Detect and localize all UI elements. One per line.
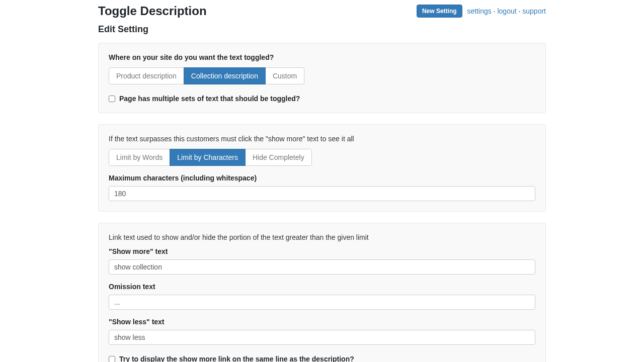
option-hide-completely[interactable]: Hide Completely [245,149,312,166]
multiple-sets-checkbox[interactable] [109,96,115,102]
same-line-checkbox[interactable] [109,356,115,363]
omission-label: Omission text [109,283,535,291]
omission-input[interactable] [109,295,535,310]
limit-description: If the text surpasses this customers mus… [109,135,535,143]
max-chars-label: Maximum characters (including whitespace… [109,174,535,182]
max-chars-input[interactable] [109,186,535,201]
top-links: settings · logout · support [467,7,546,15]
option-collection-description[interactable]: Collection description [184,67,266,84]
page-title: Toggle Description [98,4,207,18]
panel-location: Where on your site do you want the text … [98,43,546,113]
link-text-description: Link text used to show and/or hide the p… [109,233,535,241]
logout-link[interactable]: logout [497,7,516,15]
panel-limit: If the text surpasses this customers mus… [98,124,546,212]
option-limit-words[interactable]: Limit by Words [109,149,170,166]
multiple-sets-label: Page has multiple sets of text that shou… [119,95,300,103]
show-more-input[interactable] [109,259,535,275]
option-custom[interactable]: Custom [265,67,304,84]
show-less-label: "Show less" text [109,318,535,326]
location-button-group: Product description Collection descripti… [109,67,304,84]
new-setting-button[interactable]: New Setting [417,5,462,18]
location-question: Where on your site do you want the text … [109,53,535,61]
limit-button-group: Limit by Words Limit by Characters Hide … [109,149,312,166]
support-link[interactable]: support [522,7,546,15]
option-product-description[interactable]: Product description [109,67,184,84]
settings-link[interactable]: settings [467,7,492,15]
subtitle: Edit Setting [98,24,546,35]
same-line-label: Try to display the show more link on the… [119,355,354,362]
option-limit-characters[interactable]: Limit by Characters [170,149,246,166]
show-more-label: "Show more" text [109,247,535,255]
panel-link-text: Link text used to show and/or hide the p… [98,223,546,362]
show-less-input[interactable] [109,330,535,345]
